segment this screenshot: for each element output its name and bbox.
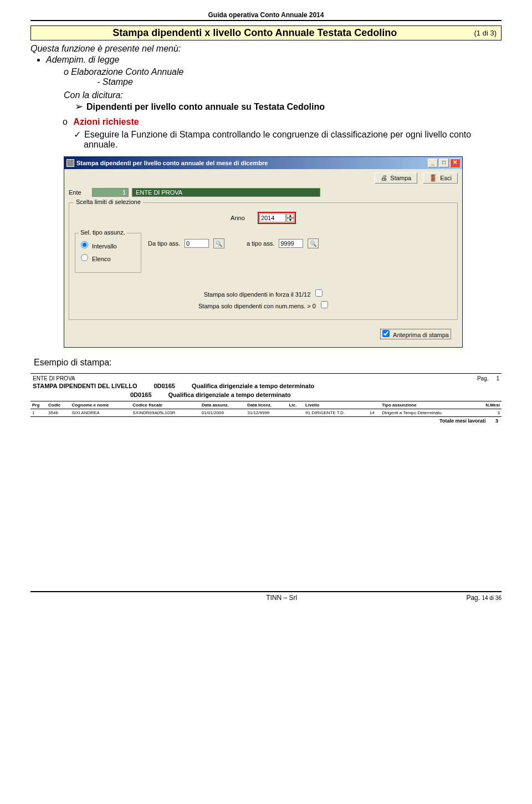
- intro-text: Questa funzione è presente nel menù:: [30, 44, 502, 54]
- maximize-button[interactable]: □: [439, 159, 449, 167]
- seltipo-label: Sel. tipo assunz.: [79, 229, 127, 236]
- close-button[interactable]: ✕: [450, 159, 460, 167]
- spin-up-icon[interactable]: ▲: [287, 213, 294, 218]
- group-seltipo: Sel. tipo assunz. Intervallo Elenco: [75, 233, 141, 273]
- radio-intervallo-label: Intervallo: [92, 243, 117, 250]
- binoculars-icon: 🔍: [310, 241, 316, 247]
- rep-title-label: STAMPA DIPENDENTI DEL LIVELLO: [33, 383, 137, 389]
- group-limiti-label: Scelta limiti di selezione: [74, 199, 143, 205]
- rep-ente: ENTE DI PROVA: [33, 375, 75, 381]
- anno-row: Anno ▲ ▼: [75, 212, 452, 224]
- col-dass: Data assunz.: [200, 401, 245, 409]
- da-tipo-input[interactable]: [185, 239, 209, 248]
- binoculars-icon: 🔍: [216, 241, 222, 247]
- menu-level2: o Elaborazione Conto Annuale: [30, 67, 502, 77]
- group-limiti: Scelta limiti di selezione Anno ▲ ▼ Sel.…: [69, 202, 458, 320]
- chk1-label: Stampa solo dipendenti in forza il 31/12: [204, 291, 311, 298]
- footer-center: TINN – Srl: [97, 594, 466, 602]
- exit-icon: 🚪: [429, 174, 437, 182]
- col-dlic: Data licenz.: [245, 401, 287, 409]
- dicitura-text: Dipendenti per livello conto annuale su …: [86, 102, 325, 111]
- esci-label: Esci: [440, 175, 452, 181]
- footer-pag-val: 14 di 36: [482, 595, 502, 601]
- azioni-text: Eseguire la Funzione di Stampa controlla…: [84, 130, 471, 149]
- col-nome: Cognome e nome: [70, 401, 131, 409]
- bullet-o: o: [63, 117, 68, 126]
- chk-num-mens[interactable]: [321, 301, 328, 308]
- da-tipo-label: Da tipo ass.: [148, 240, 180, 247]
- doc-header: Guida operativa Conto Annuale 2014: [30, 11, 502, 21]
- printer-icon: 🖨: [381, 174, 387, 182]
- ente-name-field: ENTE DI PROVA: [132, 188, 320, 197]
- rep-title-code: 0D0165: [154, 383, 175, 389]
- col-mesi: N.Mesi: [475, 401, 502, 409]
- radio-elenco[interactable]: [81, 254, 88, 261]
- col-liv: Livello: [304, 401, 368, 409]
- cell-prg: 1: [30, 409, 47, 417]
- table-row: 1 3546 SIXI ANDREA SXINDR69A05L103R 01/0…: [30, 409, 502, 417]
- dicitura-label: Con la dicitura:: [30, 90, 502, 100]
- rep-pag-num: 1: [496, 375, 499, 381]
- col-cf: Codice fiscale: [131, 401, 200, 409]
- doc-footer: TINN – Srl Pag. 14 di 36: [30, 591, 502, 602]
- rep-sub-code: 0D0165: [130, 391, 152, 398]
- spin-down-icon[interactable]: ▼: [287, 218, 294, 222]
- anno-label: Anno: [231, 215, 245, 221]
- azioni-heading: o Azioni richieste: [30, 117, 502, 127]
- minimize-button[interactable]: _: [428, 159, 438, 167]
- footer-pag-label: Pag.: [466, 594, 480, 602]
- radio-elenco-label: Elenco: [92, 256, 111, 262]
- rep-sub-desc: Qualifica dirigenziale a tempo determina…: [168, 391, 291, 398]
- rep-title-desc: Qualifica dirigenziale a tempo determina…: [192, 383, 314, 389]
- lookup-da-button[interactable]: 🔍: [213, 238, 224, 248]
- section-title-bar: Stampa dipendenti x livello Conto Annual…: [30, 26, 502, 40]
- dicitura-item: ➢Dipendenti per livello conto annuale su…: [30, 100, 502, 113]
- anteprima-label: Anteprima di stampa: [393, 332, 449, 338]
- cell-tipo: Dirigenti a Tempo Determinato: [380, 409, 475, 417]
- anno-input[interactable]: [259, 213, 286, 222]
- azioni-label: Azioni richieste: [73, 117, 139, 126]
- section-title: Stampa dipendenti x livello Conto Annual…: [35, 27, 474, 39]
- ente-code-field[interactable]: 1: [92, 188, 129, 197]
- cell-lic: [287, 409, 304, 417]
- a-tipo-input[interactable]: [279, 239, 303, 248]
- azioni-item: ✓Eseguire la Funzione di Stampa controll…: [30, 129, 502, 150]
- dialog-window: Stampa dipendenti per livello conto annu…: [64, 156, 463, 348]
- rep-total-label: Totale mesi lavorati: [439, 418, 485, 424]
- menu-level3: - Stampe: [30, 77, 502, 87]
- cell-liv: 91 DIRIGENTE T.D.: [304, 409, 368, 417]
- cell-mesi: 3: [475, 409, 502, 417]
- section-page-indicator: (1 di 3): [474, 29, 497, 37]
- radio-intervallo[interactable]: [81, 241, 88, 248]
- rep-pag-label: Pag.: [477, 375, 489, 381]
- stampa-label: Stampa: [390, 175, 411, 181]
- dialog-titlebar[interactable]: Stampa dipendenti per livello conto annu…: [64, 157, 462, 169]
- anno-spinner[interactable]: ▲ ▼: [258, 212, 296, 224]
- cell-cod: 3546: [47, 409, 70, 417]
- lookup-a-button[interactable]: 🔍: [308, 238, 319, 248]
- cell-dlic: 31/12/9999: [245, 409, 287, 417]
- arrow-icon: ➢: [75, 101, 83, 112]
- ente-row: Ente 1 ENTE DI PROVA: [69, 188, 458, 197]
- cell-cf: SXINDR69A05L103R: [131, 409, 200, 417]
- cell-tipnum: 14: [368, 409, 380, 417]
- print-preview: ENTE DI PROVA Pag. 1 STAMPA DIPENDENTI D…: [30, 373, 502, 425]
- menu-level1: Adempim. di legge: [46, 55, 502, 65]
- app-icon: [66, 159, 74, 167]
- table-header-row: Prg Codic Cognome e nome Codice fiscale …: [30, 401, 502, 409]
- anteprima-wrap[interactable]: Anteprima di stampa: [380, 329, 451, 339]
- a-tipo-label: a tipo ass.: [247, 240, 274, 247]
- ente-label: Ente: [69, 189, 89, 196]
- dialog-title: Stampa dipendenti per livello conto annu…: [76, 160, 428, 166]
- esci-button[interactable]: 🚪 Esci: [423, 172, 458, 184]
- cell-nome: SIXI ANDREA: [70, 409, 131, 417]
- stampa-button[interactable]: 🖨 Stampa: [375, 172, 417, 184]
- rep-total-val: 3: [495, 418, 498, 424]
- col-tipo: Tipo assunzione: [380, 401, 475, 409]
- esempio-label: Esempio di stampa:: [30, 358, 502, 368]
- chk-forza-3112[interactable]: [315, 289, 323, 297]
- chk-anteprima[interactable]: [382, 330, 390, 337]
- cell-dass: 01/01/2009: [200, 409, 245, 417]
- col-lic: Lic.: [287, 401, 304, 409]
- rep-table: Prg Codic Cognome e nome Codice fiscale …: [30, 401, 502, 417]
